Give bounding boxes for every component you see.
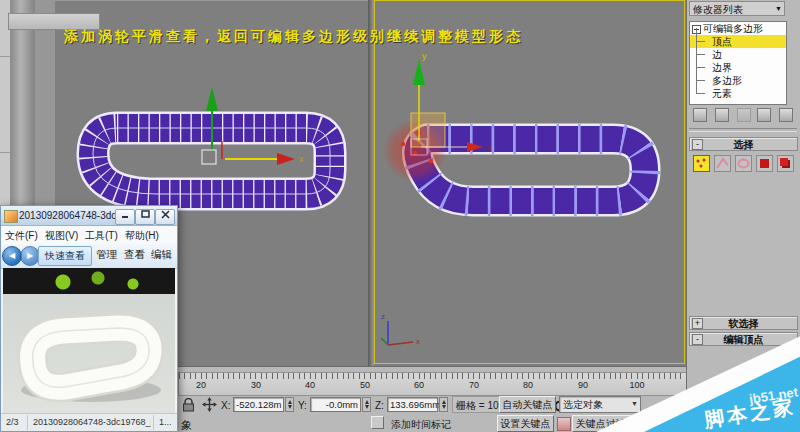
- manage-button[interactable]: 管理: [96, 248, 117, 262]
- divider: [689, 128, 797, 132]
- ruler-label: 20: [196, 380, 206, 390]
- divider: [153, 415, 154, 430]
- maximize-button[interactable]: [135, 209, 155, 225]
- ruler-label: 100: [629, 380, 644, 390]
- y-coordinate-field[interactable]: -0.0mm: [310, 397, 361, 412]
- ruler-label: 70: [469, 380, 479, 390]
- edge-mode-icon[interactable]: [714, 155, 731, 172]
- forward-button[interactable]: ▶: [20, 246, 40, 266]
- gizmo-plane-handle: [411, 113, 445, 147]
- configure-modifier-sets-icon[interactable]: [779, 108, 793, 122]
- forward-arrow-icon: ▶: [27, 251, 33, 260]
- quick-view-button[interactable]: 快速查看: [38, 246, 92, 266]
- 3dsmax-application: x y: [0, 0, 800, 432]
- photo-image: [3, 268, 175, 416]
- remove-modifier-icon[interactable]: [757, 108, 771, 122]
- tutorial-annotation: 添加涡轮平滑查看，返回可编辑多边形级别继续调整模型形态: [64, 28, 624, 46]
- divider: [27, 415, 28, 430]
- z-coordinate-field[interactable]: 133.696mm: [387, 397, 438, 412]
- soft-selection-rollout-header[interactable]: + 软选择: [689, 316, 798, 330]
- menu-file[interactable]: 文件(F): [5, 229, 38, 243]
- prompt-line-fragment: 象: [181, 418, 192, 432]
- axis-y-label: y: [422, 51, 427, 61]
- world-axis-tripod: z x: [381, 312, 420, 346]
- pin-stack-icon[interactable]: [693, 108, 707, 122]
- polygon-mode-icon[interactable]: [756, 155, 773, 172]
- watermark-site-name: 脚本之家: [702, 393, 797, 432]
- add-time-tag[interactable]: 添加时间标记: [391, 418, 451, 432]
- photo-viewer-toolbar: ◀ ▶ 快速查看 管理 查看 编辑: [1, 244, 177, 269]
- collapse-icon[interactable]: -: [692, 334, 703, 345]
- axis-x-label: x: [299, 154, 304, 164]
- auto-key-button[interactable]: 自动关键点: [499, 396, 556, 413]
- expand-icon[interactable]: +: [692, 318, 703, 329]
- key-filters-icon[interactable]: [557, 417, 571, 431]
- photo-viewer-titlebar[interactable]: 20130928064748-3dc...: [1, 206, 177, 226]
- modifier-list-dropdown[interactable]: 修改器列表 ▼: [689, 1, 785, 16]
- absolute-transform-icon[interactable]: [202, 397, 217, 412]
- photo-zoom-level: 1...: [159, 417, 172, 427]
- divider: [0, 152, 10, 153]
- collapse-icon[interactable]: -: [692, 139, 703, 150]
- edit-button[interactable]: 编辑: [151, 248, 172, 262]
- x-coordinate-label: X:: [221, 400, 230, 411]
- border-mode-icon[interactable]: [735, 155, 752, 172]
- mini-listener-icon[interactable]: [371, 416, 384, 429]
- stack-item-element[interactable]: 元素: [690, 87, 786, 100]
- modifier-list-label: 修改器列表: [693, 4, 743, 15]
- photo-viewer-menubar: 文件(F) 视图(V) 工具(T) 帮助(H): [1, 226, 177, 245]
- ruler-label: 30: [251, 380, 261, 390]
- axis-x-label: x: [416, 337, 420, 346]
- y-spinner[interactable]: [362, 397, 371, 412]
- make-unique-icon[interactable]: [737, 108, 751, 122]
- ruler-label: 40: [305, 380, 315, 390]
- ruler-label: 60: [414, 380, 424, 390]
- axis-z-label: z: [381, 312, 385, 321]
- axis-x-label: x: [487, 143, 492, 153]
- photo-viewer-statusbar: 2/3 20130928064748-3dc19768_m.jpg 1...: [1, 413, 177, 431]
- selection-set-value: 选定对象: [563, 399, 603, 410]
- dropdown-arrow-icon: ▼: [775, 5, 782, 12]
- divider: [0, 56, 10, 57]
- ruler-ticks: [179, 373, 687, 379]
- menu-view[interactable]: 视图(V): [45, 229, 78, 243]
- photo-viewer-title: 20130928064748-3dc...: [19, 210, 125, 221]
- ruler-label: 50: [360, 380, 370, 390]
- white-loop-bench: [3, 268, 175, 416]
- lock-selection-icon[interactable]: [182, 398, 195, 413]
- viewport-top-editable-poly-active[interactable]: y x z x: [374, 0, 685, 364]
- photo-index: 2/3: [6, 417, 19, 427]
- photo-filename: 20130928064748-3dc19768_m.jpg: [33, 417, 151, 427]
- edit-vertices-rollout-header[interactable]: - 编辑顶点: [689, 332, 798, 346]
- modifier-stack-list[interactable]: 可编辑多边形 顶点 边 边界 多边形 元素: [689, 21, 787, 105]
- z-spinner[interactable]: [439, 397, 448, 412]
- element-mode-icon[interactable]: [777, 155, 794, 172]
- view-button[interactable]: 查看: [124, 248, 145, 262]
- dropdown-arrow-icon: ▼: [631, 400, 638, 407]
- set-key-button[interactable]: 设置关键点: [497, 415, 554, 432]
- ruler-label: 90: [578, 380, 588, 390]
- back-button[interactable]: ◀: [2, 246, 22, 266]
- close-button[interactable]: [155, 209, 175, 225]
- vertex-mode-icon[interactable]: [693, 155, 710, 172]
- photo-file-icon: [4, 210, 18, 223]
- z-coordinate-label: Z:: [375, 400, 384, 411]
- selection-set-dropdown[interactable]: 选定对象 ▼: [559, 396, 641, 413]
- photo-viewer-window[interactable]: 20130928064748-3dc... 文件(F) 视图(V) 工具(T) …: [0, 205, 178, 432]
- ruler-label: 80: [523, 380, 533, 390]
- viewport-divider[interactable]: [368, 0, 374, 366]
- show-end-result-icon[interactable]: [715, 108, 729, 122]
- minimize-button[interactable]: [115, 209, 135, 225]
- menu-help[interactable]: 帮助(H): [125, 229, 159, 243]
- selection-rollout-header[interactable]: - 选择: [689, 137, 798, 151]
- y-coordinate-label: Y:: [298, 400, 307, 411]
- back-arrow-icon: ◀: [9, 251, 15, 260]
- x-spinner[interactable]: [285, 397, 294, 412]
- editable-poly-loop: y x z x: [375, 1, 684, 363]
- x-coordinate-field[interactable]: -520.128m: [233, 397, 284, 412]
- menu-tools[interactable]: 工具(T): [85, 229, 118, 243]
- timeline-ruler[interactable]: 20 30 40 50 60 70 80 90 100: [178, 372, 688, 396]
